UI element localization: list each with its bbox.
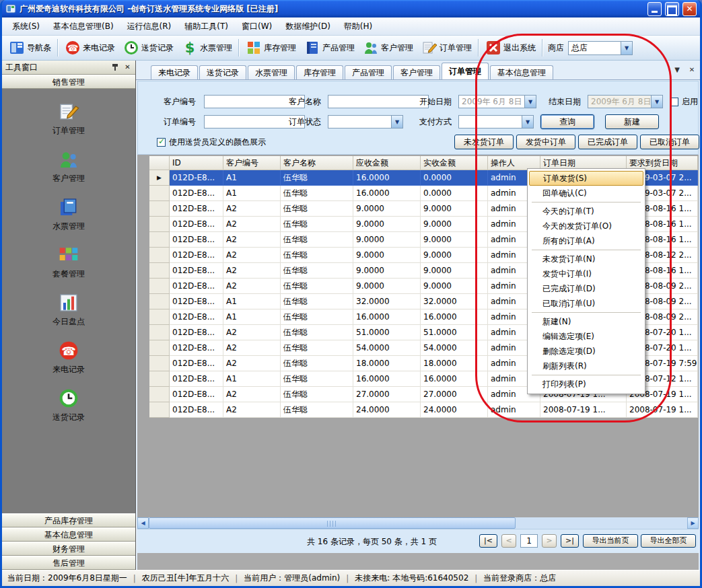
toolbar-button-label: 退出系统 [503,42,536,54]
sidebar-item[interactable]: 订单管理 [52,101,85,137]
toolbar-button-product[interactable]: 产品管理 [300,38,359,58]
sidebar-item-label: 客户管理 [52,173,85,184]
tab[interactable]: 来电记录 [151,65,198,79]
order-status-filter-button[interactable]: 未发货订单 [454,135,514,149]
grid-cell: A2 [223,263,281,279]
context-menu-item[interactable]: 打印列表(P) [529,377,643,392]
table-row[interactable]: 012D-E8...A2伍华聪24.000024.0000admin2008-0… [149,402,698,418]
context-menu-item[interactable]: 回单确认(C) [529,186,643,200]
chevron-down-icon[interactable]: ▼ [391,116,402,128]
sidebar-item[interactable]: 水票管理 [52,196,85,232]
enable-checkbox[interactable]: 启用 [670,95,698,108]
menubar-item[interactable]: 数据维护(D) [279,19,337,34]
start-date-picker[interactable]: 2009年 6月 8日 ▼ [458,95,536,108]
context-menu-item[interactable]: 新建(N) [529,314,643,329]
scrollbar-thumb[interactable] [149,517,516,529]
prev-page-button[interactable]: < [501,534,516,548]
sidebar-group-button[interactable]: 财务管理 [2,542,135,556]
query-button[interactable]: 查询 [540,114,594,129]
end-date-picker[interactable]: 2009年 6月 8日 ▼ [588,95,663,108]
chevron-down-icon[interactable]: ▼ [673,66,681,74]
courier-color-checkbox[interactable]: 使用送货员定义的颜色展示 [157,135,266,149]
scroll-left-icon[interactable]: ◀ [137,517,149,529]
context-menu-item[interactable]: 今天的订单(T) [529,204,643,219]
grid-cell: 伍华聪 [281,294,353,309]
horizontal-scrollbar[interactable]: ◀ ▶ [137,517,699,529]
menubar-item[interactable]: 基本信息管理(B) [47,19,120,34]
order-status-filter-button[interactable]: 发货中订单 [516,135,575,149]
sidebar-item[interactable]: 今日盘点 [52,292,85,328]
tab[interactable]: 订单管理 [442,63,489,79]
menubar-item[interactable]: 系统(S) [6,19,46,34]
chevron-down-icon[interactable]: ▼ [524,96,536,108]
scroll-right-icon[interactable]: ▶ [687,517,699,529]
context-menu-item[interactable]: 所有的订单(A) [529,233,643,248]
pin-icon[interactable] [112,63,119,71]
sidebar-group-button[interactable]: 产品库存管理 [2,513,135,527]
grid-column-header[interactable]: 客户名称 [281,156,353,170]
menubar-item[interactable]: 辅助工具(T) [178,19,234,34]
chevron-down-icon[interactable]: ▼ [522,116,533,128]
grid-cell: 伍华聪 [281,248,353,263]
context-menu-item[interactable]: 发货中订单(I) [529,266,643,281]
customer-name-input[interactable] [328,95,429,108]
grid-column-header[interactable]: 应收金额 [353,156,421,170]
tab[interactable]: 基本信息管理 [490,65,553,79]
order-status-filter-button[interactable]: 已取消订单 [640,135,699,149]
context-menu-item[interactable]: 已完成订单(D) [529,281,643,296]
last-page-button[interactable]: >| [561,534,579,548]
toolbar-button-navbar[interactable]: 导航条 [5,38,55,58]
menubar-item[interactable]: 窗口(W) [236,19,278,34]
page-number-input[interactable]: 1 [520,534,538,548]
close-icon[interactable]: ✕ [123,63,132,72]
sidebar-item[interactable]: 套餐管理 [52,244,85,280]
toolbar-button-clock[interactable]: 送货记录 [119,38,178,58]
close-button[interactable]: ✕ [682,2,697,16]
sidebar-item[interactable]: 客户管理 [52,149,85,184]
grid-column-header[interactable]: 实收金额 [421,156,488,170]
context-menu-item[interactable]: 刷新列表(R) [529,359,643,373]
context-menu-item[interactable]: 编辑选定项(E) [529,329,643,344]
chevron-down-icon[interactable]: ▼ [651,96,662,108]
grid-cell: 012D-E8... [170,325,223,340]
toolbar-button-inventory[interactable]: 库存管理 [242,38,300,58]
tab[interactable]: 水票管理 [248,65,295,79]
order-status-filter-button[interactable]: 已完成订单 [578,135,637,149]
pay-method-select[interactable]: ▼ [458,115,534,128]
export-current-page-button[interactable]: 导出当前页 [583,534,638,548]
new-button[interactable]: 新建 [605,114,659,129]
sidebar-group-sales[interactable]: 销售管理 [2,75,135,89]
toolbar-button-phone[interactable]: ☎来电记录 [61,38,119,58]
toolbar-button-exit[interactable]: 退出系统 [481,38,540,58]
tab[interactable]: 库存管理 [296,65,343,79]
export-all-pages-button[interactable]: 导出全部页 [641,534,696,548]
grid-column-header[interactable]: 客户编号 [223,156,281,170]
toolbar-button-customers[interactable]: 客户管理 [359,38,417,58]
menubar-item[interactable]: 帮助(H) [338,19,378,34]
first-page-button[interactable]: |< [479,534,497,548]
tab[interactable]: 客户管理 [393,65,440,79]
next-page-button[interactable]: > [542,534,557,548]
menubar-item[interactable]: 运行信息(R) [121,19,178,34]
close-icon[interactable]: ✕ [688,66,696,74]
toolbar-button-label: 来电记录 [83,42,115,54]
grid-column-header[interactable]: ID [170,156,223,170]
sidebar-item[interactable]: 送货记录 [52,388,85,423]
sidebar-group-button[interactable]: 售后管理 [2,556,135,570]
maximize-button[interactable] [665,2,679,16]
tab[interactable]: 送货记录 [199,65,246,79]
context-menu-item[interactable]: 订单发货(S) [529,171,643,186]
context-menu-item[interactable]: 未发货订单(N) [529,252,643,266]
context-menu-item[interactable]: 今天的发货订单(O) [529,219,643,233]
toolbar-button-dollar[interactable]: $水票管理 [178,38,236,58]
context-menu-item[interactable]: 已取消订单(U) [529,296,643,311]
order-status-select[interactable]: ▼ [328,115,403,128]
sidebar-item[interactable]: ☎来电记录 [52,340,85,375]
toolbar-button-order[interactable]: 订单管理 [417,38,476,58]
minimize-button[interactable] [647,2,662,16]
context-menu-item[interactable]: 删除选定项(D) [529,344,643,359]
store-select[interactable]: 总店 ▼ [568,41,633,55]
sidebar-group-button[interactable]: 基本信息管理 [2,527,135,542]
chevron-down-icon[interactable]: ▼ [621,42,632,54]
tab[interactable]: 产品管理 [345,65,392,79]
